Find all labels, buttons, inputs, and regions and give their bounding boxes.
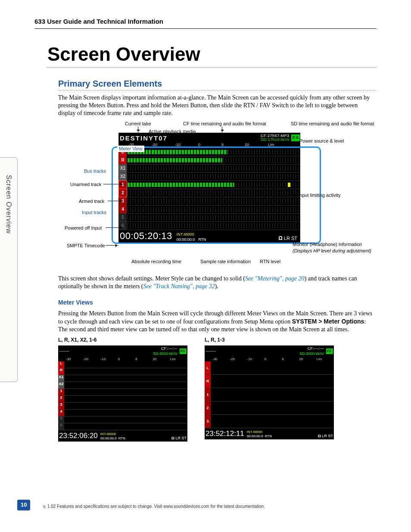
footer-note: v. 1.02 Features and specifications are … xyxy=(43,504,265,509)
callout-armed: Armed track xyxy=(79,198,104,204)
side-tab-text: Screen Overview xyxy=(0,158,17,251)
callout-limiting: Input limiting activity xyxy=(298,192,340,198)
callout-power: Power source & level xyxy=(299,138,344,144)
callout-sample-rate: Sample rate information xyxy=(200,258,251,264)
link-metering[interactable]: See "Metering", page 20 xyxy=(245,275,305,282)
device-main-screen: DESTINYT07 CF:27h57:MP3 SD:17h10:WAV -30… xyxy=(118,133,300,243)
main-diagram: Current take CF time remaining and audio… xyxy=(58,121,390,271)
callout-bus-tracks: Bus tracks xyxy=(84,168,106,174)
callout-cf-remaining: CF time remaining and audio file format xyxy=(183,121,266,127)
callout-smpte: SMPTE Timecode xyxy=(67,243,105,249)
power-icon xyxy=(291,134,300,141)
callout-input-tracks: Input tracks xyxy=(82,209,106,215)
h1-title: Screen Overview xyxy=(47,42,377,68)
abs-time: 00:00:00.0 xyxy=(177,237,195,243)
meter-rows: L R X1 X2 1 2 3 4 5 6 xyxy=(119,148,300,230)
callout-powered-off: Powered off Input xyxy=(65,225,102,231)
callout-current-take: Current take xyxy=(125,121,151,127)
para-meter-views: Pressing the Meters Button from the Main… xyxy=(58,310,377,334)
page-header: 633 User Guide and Technical Information xyxy=(34,17,377,29)
h3-meter-views: Meter Views xyxy=(58,299,377,306)
link-track-naming[interactable]: See "Track Naming", page 32 xyxy=(143,283,215,289)
sample-rate: INT:48000 xyxy=(177,232,195,237)
meter-view-2: L, R, 1-3 -------- CF:----:--- SD:3h00:W… xyxy=(205,337,338,442)
mv2-title: L, R, 1-3 xyxy=(205,337,338,344)
callout-abs-time: Absolute recording time xyxy=(131,258,181,264)
rtn-label: RTN xyxy=(198,237,206,243)
para-settings-note: This screen shot shows default settings.… xyxy=(58,275,377,290)
callout-rtn: RTN level xyxy=(260,258,280,264)
callout-unarmed: Unarmed track xyxy=(70,181,101,187)
smpte-timecode: 00:05:20:13 xyxy=(120,230,172,243)
page-number: 10 xyxy=(17,500,30,510)
sd-info: SD:17h10:WAV xyxy=(261,137,290,142)
take-name: DESTINYT07 xyxy=(119,134,168,143)
side-tab: Screen Overview xyxy=(0,157,18,382)
power-icon xyxy=(180,348,187,354)
h2-primary: Primary Screen Elements xyxy=(58,78,377,90)
meter-scale: -30 -20 -10 0 8 20 Lim xyxy=(119,143,300,148)
mv1-title: L, R, X1, X2, 1-6 xyxy=(58,337,192,344)
power-icon xyxy=(326,348,333,354)
para-intro: The Main Screen displays important infor… xyxy=(58,94,377,118)
callout-sd-remaining: SD time remaining and audio file format xyxy=(291,121,374,127)
meter-view-1: L, R, X1, X2, 1-6 -------- CF:----:--- S… xyxy=(58,337,192,442)
callout-monitor: Monitor (Headphone) information (Display… xyxy=(293,241,379,254)
